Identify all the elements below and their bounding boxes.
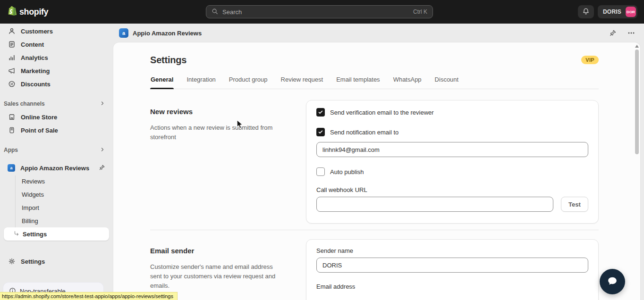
tab-product-group[interactable]: Product group xyxy=(229,76,268,89)
sidebar-item-label: Online Store xyxy=(21,114,57,121)
apps-header[interactable]: Apps xyxy=(4,143,109,157)
sender-name-input[interactable] xyxy=(316,258,588,273)
appio-app-icon: a xyxy=(119,28,128,38)
webhook-url-label: Call webhook URL xyxy=(316,186,588,193)
section-title: Email sender xyxy=(150,247,285,255)
customers-icon xyxy=(8,27,16,35)
online-store-icon xyxy=(8,113,16,121)
new-reviews-card: Send verification email to the reviewer … xyxy=(306,100,599,224)
new-reviews-section: New reviews Actions when a new review is… xyxy=(150,100,599,224)
sidebar-item-online-store[interactable]: Online Store xyxy=(4,110,109,124)
vip-badge: VIP xyxy=(581,56,599,64)
app-title: Appio Amazon Reviews xyxy=(133,30,202,37)
discounts-icon xyxy=(8,80,16,88)
main-panel: Settings VIP General Integration Product… xyxy=(113,42,640,300)
sidebar-item-customers[interactable]: Customers xyxy=(4,25,109,38)
sidebar-item-label: Analytics xyxy=(21,54,48,61)
more-options-button[interactable] xyxy=(627,28,636,38)
auto-publish-checkbox[interactable]: Auto publish xyxy=(316,167,588,176)
app-subnav: Reviews Widgets Import Billing Settings xyxy=(4,175,109,241)
sidebar-item-settings[interactable]: Settings xyxy=(4,227,109,241)
section-divider xyxy=(150,230,599,230)
page-title: Settings xyxy=(150,55,186,66)
sidebar-item-point-of-sale[interactable]: Point of Sale xyxy=(4,124,109,137)
section-description: Actions when a new review is submitted f… xyxy=(150,123,285,142)
sidebar-item-analytics[interactable]: Analytics xyxy=(4,51,109,64)
marketing-icon xyxy=(8,67,16,75)
corner-arrow-icon xyxy=(13,230,20,238)
search-shortcut: Ctrl K xyxy=(413,8,427,15)
chevron-right-icon xyxy=(100,100,105,108)
point-of-sale-icon xyxy=(8,126,16,134)
pin-app-button[interactable] xyxy=(608,28,618,38)
scrollbar-up-arrow[interactable] xyxy=(635,45,639,48)
analytics-icon xyxy=(8,54,16,62)
search-icon xyxy=(212,8,218,16)
sender-name-label: Sender name xyxy=(316,247,588,254)
sidebar-item-widgets[interactable]: Widgets xyxy=(4,188,109,201)
status-url-bar: https://admin.shopify.com/store/test-tes… xyxy=(0,292,178,300)
user-name: DORIS xyxy=(603,8,621,15)
topbar: shopify Search Ctrl K DORIS DOR xyxy=(0,0,644,24)
bell-icon xyxy=(582,8,590,17)
tab-whatsapp[interactable]: WhatsApp xyxy=(393,76,422,89)
chat-bubble-icon xyxy=(606,275,619,289)
sidebar-item-import[interactable]: Import xyxy=(4,201,109,214)
sidebar-item-label: Marketing xyxy=(21,67,50,75)
sidebar: Customers Content Analytics Marketing Di… xyxy=(0,24,113,300)
notifications-button[interactable] xyxy=(578,5,594,18)
notification-email-input[interactable] xyxy=(316,142,588,157)
search-input[interactable]: Search Ctrl K xyxy=(206,5,433,18)
tab-review-request[interactable]: Review request xyxy=(280,76,324,89)
app-header: a Appio Amazon Reviews xyxy=(113,24,644,42)
tab-integration[interactable]: Integration xyxy=(186,76,216,89)
tab-discount[interactable]: Discount xyxy=(434,76,459,89)
checkbox-unchecked-icon xyxy=(316,167,325,176)
tab-general[interactable]: General xyxy=(150,76,174,89)
email-sender-card: Sender name Email address xyxy=(306,239,599,300)
webhook-url-input[interactable] xyxy=(316,197,553,212)
sidebar-item-discounts[interactable]: Discounts xyxy=(4,77,109,91)
avatar: DOR xyxy=(626,7,636,17)
sidebar-item-label: Point of Sale xyxy=(21,127,58,134)
chat-launcher-button[interactable] xyxy=(600,269,625,294)
sidebar-item-label: Discounts xyxy=(21,81,51,88)
sidebar-item-content[interactable]: Content xyxy=(4,38,109,51)
shopify-bag-icon xyxy=(7,6,17,18)
content-icon xyxy=(8,41,16,49)
section-title: New reviews xyxy=(150,108,285,116)
sidebar-item-label: Settings xyxy=(21,258,45,265)
shopify-wordmark: shopify xyxy=(19,7,48,17)
checkbox-checked-icon xyxy=(316,108,325,117)
sidebar-item-label: Customers xyxy=(21,28,53,35)
email-sender-section: Email sender Customize sender's name and… xyxy=(150,239,599,300)
tab-email-templates[interactable]: Email templates xyxy=(336,76,380,89)
sales-channels-header[interactable]: Sales channels xyxy=(4,97,109,110)
notification-email-checkbox[interactable]: Send notification email to xyxy=(316,128,588,136)
sidebar-item-appio-app[interactable]: a Appio Amazon Reviews xyxy=(4,161,109,175)
scrollbar[interactable] xyxy=(635,43,639,299)
sidebar-item-label: Content xyxy=(21,41,44,48)
test-webhook-button[interactable]: Test xyxy=(561,197,588,212)
sidebar-item-reviews[interactable]: Reviews xyxy=(4,175,109,188)
sidebar-item-store-settings[interactable]: Settings xyxy=(4,255,109,268)
user-menu-button[interactable]: DORIS DOR xyxy=(598,5,637,18)
gear-icon xyxy=(8,258,16,266)
settings-tabs: General Integration Product group Review… xyxy=(150,76,599,89)
email-address-label: Email address xyxy=(316,283,588,290)
section-description: Customize sender's name and email addres… xyxy=(150,262,285,291)
shopify-logo[interactable]: shopify xyxy=(7,6,48,18)
sidebar-item-label: Appio Amazon Reviews xyxy=(20,165,89,172)
appio-app-icon: a xyxy=(8,164,15,172)
search-placeholder: Search xyxy=(222,8,242,16)
scrollbar-thumb[interactable] xyxy=(635,50,639,154)
pin-icon[interactable] xyxy=(99,164,105,172)
sidebar-item-billing[interactable]: Billing xyxy=(4,214,109,227)
checkbox-checked-icon xyxy=(316,128,325,136)
sidebar-item-marketing[interactable]: Marketing xyxy=(4,64,109,77)
verification-email-checkbox[interactable]: Send verification email to the reviewer xyxy=(316,108,588,117)
chevron-right-icon xyxy=(100,147,105,154)
